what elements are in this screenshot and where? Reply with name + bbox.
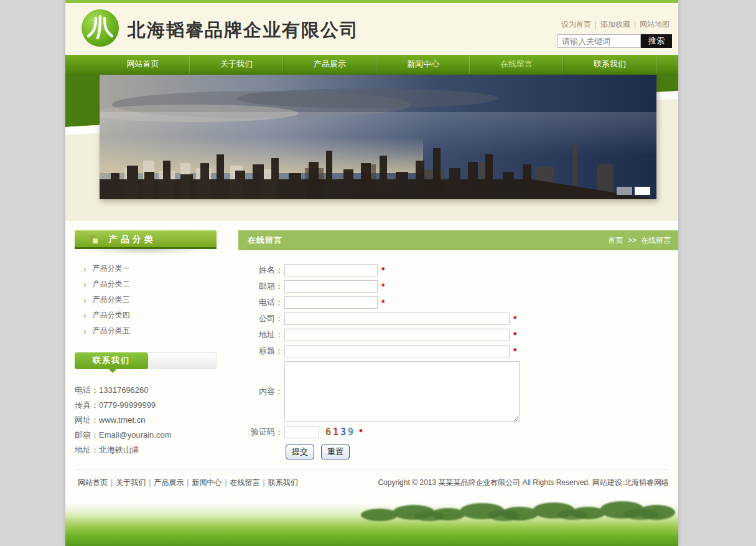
tree-line-decoration [355,499,678,524]
chevron-right-icon: › [83,296,86,304]
category-item[interactable]: ›产品分类二 [75,276,217,292]
contact-line: 电话：13317696260 [75,383,217,398]
page-container: 北海韬睿品牌企业有限公司 设为首页|添加收藏|网站地图 搜索 网站首页关于我们产… [65,0,678,546]
required-asterisk: * [513,346,516,356]
footer-link[interactable]: 新闻中心 [192,478,222,487]
footer-link[interactable]: 在线留言 [230,478,260,487]
field-control: * [284,345,516,357]
category-item[interactable]: ›产品分类一 [75,261,217,276]
company-input[interactable] [284,313,510,325]
separator: | [263,478,265,487]
footer-link[interactable]: 关于我们 [116,478,146,487]
message-form: 姓名：*邮箱：*电话：*公司：*地址：*标题：*内容：验证码：6139* 提交 … [238,250,678,459]
banner-slide-image [100,75,656,199]
main-nav: 网站首页关于我们产品展示新闻中心在线留言联系我们 [65,55,678,73]
footer-link[interactable]: 联系我们 [268,478,298,487]
name-input[interactable] [284,264,378,276]
required-asterisk: * [513,330,516,340]
footer-link[interactable]: 网站首页 [78,478,108,487]
product-category-header: 产品分类 [75,230,217,249]
chevron-right-icon: › [83,280,86,289]
field-control: * [284,280,385,293]
sidebar: 产品分类 ›产品分类一›产品分类二›产品分类三›产品分类四›产品分类五 联系我们… [75,230,217,469]
field-label: 标题： [238,346,283,357]
separator: | [149,478,151,487]
form-row-captcha: 验证码：6139* [238,426,678,438]
category-header-shadow [75,249,217,257]
page-title: 北海韬睿品牌企业有限公司 [128,18,359,43]
header-top-link[interactable]: 网站地图 [640,20,670,29]
nav-item[interactable]: 在线留言 [470,55,563,73]
contact-us-tab[interactable]: 联系我们 [75,352,148,369]
contact-value: 北海铁山港 [99,445,139,454]
breadcrumb-home-link[interactable]: 首页 [608,236,623,245]
nav-item[interactable]: 关于我们 [190,55,283,73]
separator: | [595,20,597,29]
category-item[interactable]: ›产品分类四 [75,308,217,323]
field-control: * [284,313,516,325]
message-form-fields: 姓名：*邮箱：*电话：*公司：*地址：*标题：*内容：验证码：6139* [238,264,678,438]
submit-button[interactable]: 提交 [286,445,314,459]
nav-item[interactable]: 新闻中心 [376,55,470,73]
form-row-subject: 标题：* [238,345,678,357]
required-asterisk: * [381,298,385,308]
field-label: 内容： [238,386,283,397]
header-top-link[interactable]: 添加收藏 [600,20,630,29]
field-control: 6139* [284,426,363,438]
form-buttons: 提交 重置 [286,445,678,459]
category-item[interactable]: ›产品分类五 [75,323,217,339]
contact-value: 13317696260 [99,385,149,395]
contact-label: 网址： [75,415,99,425]
product-category-title: 产品分类 [109,234,156,244]
search-input[interactable] [558,34,641,48]
slider-dot[interactable] [635,187,650,195]
chevron-right-icon: › [83,265,86,273]
search-button[interactable]: 搜索 [641,34,672,48]
squares-icon [90,235,98,244]
required-asterisk: * [359,427,362,437]
required-asterisk: * [513,314,516,324]
captcha-digit: 1 [333,426,340,438]
slider-dot[interactable] [617,187,632,195]
email-input[interactable] [284,280,378,293]
reset-button[interactable]: 重置 [321,445,350,459]
form-row-name: 姓名：* [238,264,678,276]
header-top-link[interactable]: 设为首页 [561,20,591,29]
field-control: * [284,264,385,276]
field-label: 验证码： [238,426,283,438]
contact-line: 邮箱：Email@yourain.com [75,428,217,443]
contact-label: 地址： [75,445,99,454]
field-control [284,361,520,422]
phone-input[interactable] [284,296,378,309]
subject-input[interactable] [284,345,510,357]
separator: | [634,20,636,29]
product-category-list: ›产品分类一›产品分类二›产品分类三›产品分类四›产品分类五 [75,261,217,339]
nav-item[interactable]: 联系我们 [563,55,656,73]
header-top-links: 设为首页|添加收藏|网站地图 [559,19,672,30]
site-header: 北海韬睿品牌企业有限公司 设为首页|添加收藏|网站地图 搜索 [65,3,678,55]
nav-item[interactable]: 产品展示 [283,55,376,73]
chevron-right-icon: › [83,327,86,336]
banner-slider-dots [617,187,650,195]
company-logo-icon [80,8,120,48]
field-label: 地址： [238,329,283,341]
captcha-digit: 3 [340,426,348,438]
contact-label: 传真： [75,400,99,410]
separator: | [111,478,113,487]
category-item[interactable]: ›产品分类三 [75,292,217,308]
search-box: 搜索 [558,34,672,48]
footer: 网站首页|关于我们|产品展示|新闻中心|在线留言|联系我们 Copyright … [75,469,669,495]
content-textarea[interactable] [284,361,520,422]
footer-link[interactable]: 产品展示 [154,478,184,487]
form-row-content: 内容： [238,361,678,422]
contact-link[interactable]: www.trnet.cn [99,415,145,425]
captcha-input[interactable] [284,426,319,438]
nav-item[interactable]: 网站首页 [96,55,190,73]
separator: | [225,478,226,487]
captcha-code: 6139 [325,426,355,438]
field-label: 邮箱： [238,281,283,292]
address-input[interactable] [284,329,510,341]
form-row-email: 邮箱：* [238,280,678,293]
content-area: 产品分类 ›产品分类一›产品分类二›产品分类三›产品分类四›产品分类五 联系我们… [65,221,678,469]
required-asterisk: * [381,281,385,291]
